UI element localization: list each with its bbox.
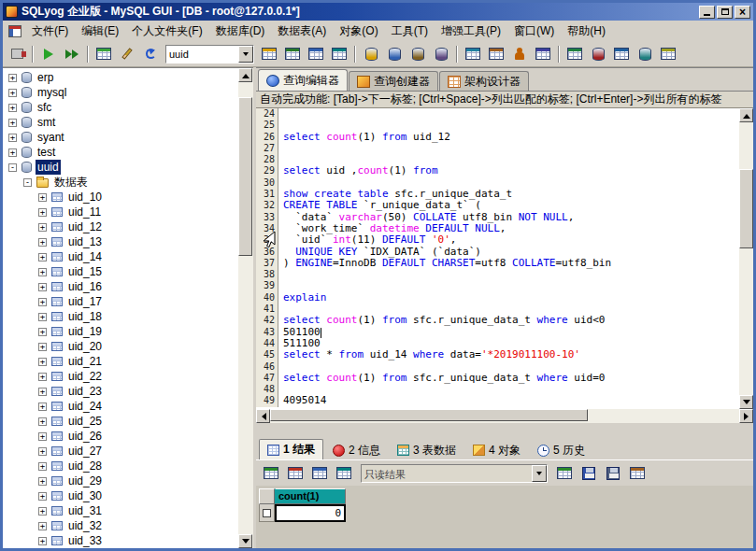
tree-item[interactable]: +mysql <box>3 85 238 100</box>
tree-expander[interactable]: + <box>38 477 47 486</box>
editor-line[interactable]: 37) ENGINE=InnoDB DEFAULT CHARSET=utf8 C… <box>256 258 739 269</box>
editor-line[interactable]: 43501100 <box>256 327 739 338</box>
editor-line[interactable]: 47select count(1) from sfc.r_unique_data… <box>256 373 739 384</box>
editor-line[interactable]: 494095014 <box>256 395 739 406</box>
editor-vscroll-thumb[interactable] <box>739 169 753 248</box>
save-results-icon[interactable] <box>578 463 600 484</box>
tree-item[interactable]: -uuid <box>3 160 238 175</box>
create-table-icon[interactable] <box>281 44 304 64</box>
maximize-button[interactable] <box>717 6 733 19</box>
tree-expander[interactable]: + <box>38 373 47 381</box>
restore-database-icon[interactable] <box>430 44 452 64</box>
tree-expander[interactable]: + <box>38 447 47 456</box>
table-data-icon[interactable] <box>328 44 350 64</box>
create-database-icon[interactable] <box>360 44 382 64</box>
insert-row-icon[interactable] <box>258 44 280 64</box>
schema-sync-icon[interactable] <box>634 44 656 64</box>
minimize-button[interactable] <box>699 6 715 19</box>
tree-item[interactable]: +uid_31 <box>3 503 238 518</box>
tab-history[interactable]: 5 历史 <box>530 441 592 459</box>
tab-schema-designer[interactable]: 架构设计器 <box>439 71 529 91</box>
menu-item[interactable]: 工具(T) <box>385 21 435 42</box>
tree-expander[interactable]: + <box>8 104 17 112</box>
tree-expander[interactable]: + <box>38 537 47 545</box>
horizontal-splitter[interactable] <box>256 423 753 438</box>
tab-query-builder[interactable]: 查询创建器 <box>349 71 438 91</box>
tab-query-editor[interactable]: 查询编辑器 <box>258 69 348 91</box>
tree-item[interactable]: +uid_17 <box>3 294 238 309</box>
tree-item[interactable]: +uid_18 <box>3 309 238 324</box>
scroll-down-button[interactable] <box>739 395 753 409</box>
tree-item[interactable]: +uid_20 <box>3 339 238 354</box>
tree-item[interactable]: -数据表 <box>3 175 238 190</box>
tree-expander[interactable]: + <box>38 283 47 291</box>
tree-item[interactable]: +uid_10 <box>3 190 238 205</box>
tree-expander[interactable]: - <box>23 178 32 187</box>
refresh-database-icon[interactable] <box>139 44 162 64</box>
tree-item[interactable]: +uid_22 <box>3 369 238 384</box>
execute-all-queries-icon[interactable] <box>61 44 83 64</box>
process-list-icon[interactable] <box>532 44 554 64</box>
scroll-up-button[interactable] <box>238 68 252 82</box>
editor-line[interactable]: 29select uid ,count(1) from <box>256 165 739 177</box>
row-selector[interactable] <box>259 504 275 522</box>
tree-expander[interactable]: + <box>38 403 47 411</box>
editor-hscroll-thumb[interactable] <box>270 409 588 421</box>
flush-icon[interactable] <box>587 44 609 64</box>
tree-scrollbar-track[interactable] <box>238 82 253 534</box>
query-profiler-icon[interactable] <box>610 44 633 64</box>
tree-expander[interactable]: + <box>8 134 17 142</box>
tree-expander[interactable]: + <box>38 417 47 426</box>
tree-expander[interactable]: + <box>38 268 47 276</box>
tree-item[interactable]: +uid_15 <box>3 264 238 279</box>
status-info-icon[interactable] <box>563 44 586 64</box>
scroll-down-button[interactable] <box>238 534 252 548</box>
menu-item[interactable]: 数据库(D) <box>209 21 272 42</box>
filter-results-icon[interactable] <box>626 463 649 484</box>
tree-item[interactable]: +uid_12 <box>3 219 238 234</box>
editor-line[interactable]: 27 <box>256 143 739 154</box>
document-icon[interactable] <box>8 25 21 37</box>
tree-expander[interactable]: + <box>38 313 47 321</box>
editor-line[interactable]: 45select * from uid_14 where data='*2019… <box>256 349 739 360</box>
tree-item[interactable]: +syant <box>3 130 238 145</box>
tree-item[interactable]: +smt <box>3 115 238 130</box>
export-data-icon[interactable] <box>485 44 507 64</box>
menu-item[interactable]: 文件(F) <box>25 21 75 42</box>
editor-line[interactable]: 40explain <box>256 292 739 304</box>
tree-expander[interactable]: + <box>38 208 47 217</box>
scroll-left-button[interactable] <box>256 409 270 423</box>
tab-objects[interactable]: 4 对象 <box>465 441 528 459</box>
menu-item[interactable]: 数据表(A) <box>271 21 333 42</box>
tree-expander[interactable]: + <box>38 522 47 530</box>
tree-item[interactable]: +test <box>3 145 238 160</box>
tree-scrollbar-thumb[interactable] <box>238 97 252 256</box>
menu-item[interactable]: 个人文件夹(F) <box>125 21 208 42</box>
tab-result[interactable]: 1 结果 <box>259 439 323 459</box>
menu-item[interactable]: 窗口(W) <box>507 21 561 42</box>
row-checkbox[interactable] <box>263 509 271 517</box>
import-data-icon[interactable] <box>462 44 484 64</box>
save-all-results-icon[interactable] <box>602 463 624 484</box>
grid-corner-cell[interactable] <box>259 488 275 504</box>
editor-line[interactable]: 39 <box>256 280 739 291</box>
close-button[interactable]: × <box>735 6 750 19</box>
alter-database-icon[interactable] <box>383 44 406 64</box>
column-header[interactable]: count(1) <box>275 488 346 504</box>
tree-expander[interactable]: + <box>38 358 47 366</box>
tree-item[interactable]: +uid_30 <box>3 488 238 503</box>
tree-item[interactable]: +uid_14 <box>3 249 238 264</box>
query-editor[interactable]: 242526select count(1) from uid_12272829s… <box>256 108 739 409</box>
editor-line[interactable]: 42select count(1) from sfc.r_unique_data… <box>256 315 739 326</box>
editor-line[interactable]: 24 <box>256 108 739 120</box>
tree-item[interactable]: +uid_21 <box>3 354 238 369</box>
tree-item[interactable]: +uid_23 <box>3 384 238 399</box>
menu-item[interactable]: 编辑(E) <box>75 21 125 42</box>
editor-horizontal-scrollbar[interactable] <box>256 409 753 423</box>
editor-line[interactable]: 38 <box>256 269 739 280</box>
delete-row-icon[interactable] <box>284 463 307 484</box>
backup-database-icon[interactable] <box>407 44 429 64</box>
tree-expander[interactable]: + <box>38 462 47 471</box>
database-select-dropdown-button[interactable] <box>238 46 253 63</box>
execute-query-icon[interactable] <box>37 44 60 64</box>
